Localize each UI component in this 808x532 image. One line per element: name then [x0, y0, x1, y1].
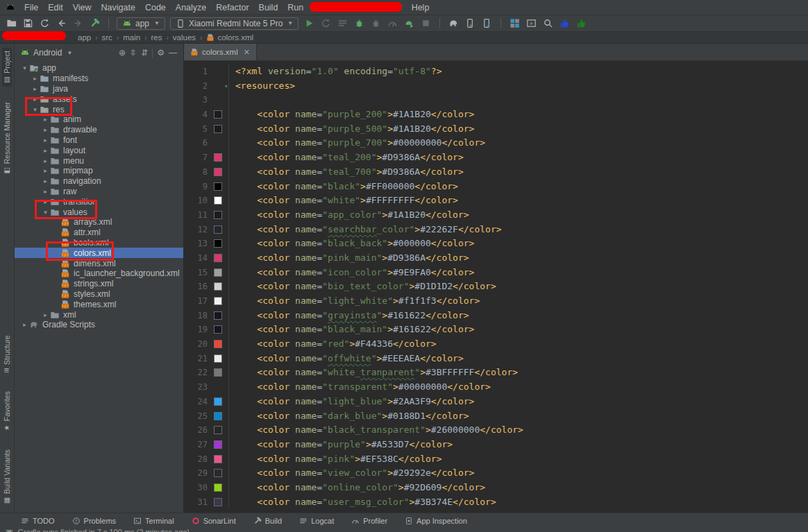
breadcrumb-item-app[interactable]: app: [78, 33, 91, 42]
sdk-manager-button[interactable]: [481, 17, 493, 29]
close-icon[interactable]: ✕: [244, 48, 250, 57]
gutter-color-swatch[interactable]: [214, 440, 222, 449]
gutter-color-swatch[interactable]: [214, 368, 222, 377]
gutter-color-swatch[interactable]: [214, 498, 222, 506]
gutter-color-swatch[interactable]: [214, 125, 222, 133]
settings-button[interactable]: ⚙: [155, 48, 167, 58]
stop-button[interactable]: [420, 17, 432, 29]
gutter-color-swatch[interactable]: [214, 153, 222, 162]
chevron-collapsed-icon[interactable]: ▸: [31, 85, 40, 92]
menu-navigate[interactable]: Navigate: [96, 1, 140, 15]
forward-button[interactable]: [72, 17, 84, 29]
tool-window-button-problems[interactable]: Problems: [72, 517, 116, 525]
debug-button[interactable]: [353, 17, 365, 29]
gutter-color-swatch[interactable]: [214, 340, 222, 348]
locate-file-button[interactable]: ⊕: [117, 48, 128, 58]
collapse-all-button[interactable]: ⇵: [139, 48, 150, 58]
gutter-color-swatch[interactable]: [214, 455, 222, 463]
menu-help[interactable]: Help: [407, 1, 435, 15]
tree-item-strings-xml[interactable]: strings.xml: [15, 279, 183, 289]
menu-build[interactable]: Build: [254, 1, 283, 15]
expand-all-button[interactable]: ⇳: [128, 48, 139, 58]
menu-code[interactable]: Code: [140, 1, 171, 15]
back-button[interactable]: [56, 17, 67, 29]
gutter-color-swatch[interactable]: [214, 483, 222, 492]
tool-window-button-build-variants[interactable]: ▦Build Variants: [2, 447, 12, 507]
chevron-expanded-icon[interactable]: ▾: [20, 65, 29, 71]
tree-item-layout[interactable]: ▸layout: [15, 145, 183, 155]
save-all-button[interactable]: [22, 17, 34, 29]
profile-app-button[interactable]: [403, 17, 415, 29]
apply-changes-button[interactable]: [320, 17, 332, 29]
tool-window-button-profiler[interactable]: Profiler: [351, 517, 387, 525]
tree-item-ic_launcher_background-xml[interactable]: ic_launcher_background.xml: [15, 268, 183, 279]
tree-item-mipmap[interactable]: ▸mipmap: [15, 166, 183, 176]
breadcrumb-item-values[interactable]: values: [173, 33, 196, 42]
chevron-collapsed-icon[interactable]: ▸: [31, 75, 40, 82]
gradle-sync-button[interactable]: [448, 17, 460, 29]
gutter-color-swatch[interactable]: [214, 196, 222, 205]
breadcrumb-item-colors-xml[interactable]: colors.xml: [206, 33, 253, 42]
gutter-color-swatch[interactable]: [214, 225, 222, 234]
tree-item-styles-xml[interactable]: styles.xml: [15, 289, 183, 300]
tree-item-app[interactable]: ▾app: [15, 63, 183, 74]
tab-colors-xml[interactable]: colors.xml ✕: [184, 44, 257, 60]
tool-window-button-favorites[interactable]: ★Favorites: [2, 388, 12, 434]
chevron-collapsed-icon[interactable]: ▸: [41, 167, 50, 174]
gutter-color-swatch[interactable]: [214, 426, 222, 434]
menu-file[interactable]: File: [19, 1, 43, 15]
breadcrumb-item-src[interactable]: src: [102, 33, 112, 42]
tree-item-manifests[interactable]: ▸manifests: [15, 74, 183, 84]
breadcrumb-item-res[interactable]: res: [151, 33, 162, 42]
gutter-color-swatch[interactable]: [214, 268, 222, 277]
tree-item-xml[interactable]: ▸xml: [15, 309, 183, 320]
chevron-collapsed-icon[interactable]: ▸: [41, 147, 50, 154]
search-everywhere-button[interactable]: [542, 17, 554, 29]
menu-analyze[interactable]: Analyze: [171, 1, 211, 15]
tool-window-button-build[interactable]: Build: [253, 517, 282, 525]
project-structure-button[interactable]: [509, 17, 521, 29]
breadcrumb-item-main[interactable]: main: [123, 33, 140, 42]
profiler-button[interactable]: [387, 17, 398, 29]
gutter-color-swatch[interactable]: [214, 110, 222, 119]
chevron-collapsed-icon[interactable]: ▸: [41, 178, 50, 185]
code-editor[interactable]: 1<?xml version="1.0" encoding="utf-8"?>2…: [184, 61, 808, 513]
gutter-color-swatch[interactable]: [214, 469, 222, 477]
device-selector-dropdown[interactable]: Xiaomi Redmi Note 5 Pro▼: [170, 17, 298, 30]
tool-window-button-structure[interactable]: ≣Structure: [2, 332, 12, 376]
tool-window-button-terminal[interactable]: Terminal: [133, 517, 174, 525]
gutter-color-swatch[interactable]: [214, 211, 222, 219]
project-view-selector[interactable]: Android: [33, 48, 62, 58]
tree-item-Gradle-Scripts[interactable]: ▸Gradle Scripts: [15, 320, 183, 330]
tree-item-raw[interactable]: ▸raw: [15, 187, 183, 197]
gutter-color-swatch[interactable]: [214, 239, 222, 248]
chevron-collapsed-icon[interactable]: ▸: [41, 188, 50, 195]
tree-item-java[interactable]: ▸java: [15, 84, 183, 94]
menu-run[interactable]: Run: [283, 1, 308, 15]
tree-item-themes-xml[interactable]: themes.xml: [15, 299, 183, 309]
tool-window-button-todo[interactable]: TODO: [21, 517, 55, 525]
menu-view[interactable]: View: [68, 1, 96, 15]
chevron-collapsed-icon[interactable]: ▸: [41, 116, 50, 123]
run-configuration-dropdown[interactable]: app▼: [117, 17, 165, 30]
plugin-blue-button[interactable]: [559, 17, 571, 29]
menu-edit[interactable]: Edit: [43, 1, 68, 15]
attach-debugger-button[interactable]: [370, 17, 382, 29]
run-button[interactable]: [303, 17, 315, 29]
menu-refactor[interactable]: Refactor: [211, 1, 253, 15]
chevron-collapsed-icon[interactable]: ▸: [20, 321, 29, 328]
open-button[interactable]: [6, 17, 17, 29]
chevron-collapsed-icon[interactable]: ▸: [41, 126, 50, 133]
tool-window-toggle-icon[interactable]: ▣: [6, 528, 12, 532]
gutter-color-swatch[interactable]: [214, 354, 222, 363]
gutter-color-swatch[interactable]: [214, 182, 222, 191]
hide-panel-button[interactable]: —: [167, 48, 179, 58]
tree-item-attr-xml[interactable]: attr.xml: [15, 228, 183, 238]
gutter-color-swatch[interactable]: [214, 297, 222, 305]
chevron-collapsed-icon[interactable]: ▸: [41, 137, 50, 144]
apply-code-changes-button[interactable]: [337, 17, 348, 29]
tool-window-button-sonarlint[interactable]: SonarLint: [192, 517, 236, 525]
fold-marker-icon[interactable]: ▿: [224, 79, 228, 94]
gutter-color-swatch[interactable]: [214, 325, 222, 334]
gutter-color-swatch[interactable]: [214, 311, 222, 320]
